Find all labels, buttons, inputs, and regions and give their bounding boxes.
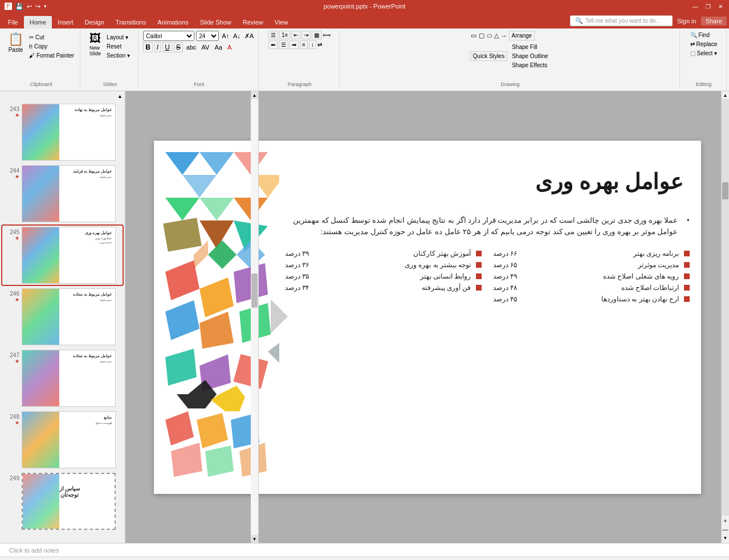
slide-canvas[interactable]: عوامل بهره وری عملا بهره وری جدی ترین چا… [154,141,701,494]
font-size-select[interactable]: 24 [196,31,219,41]
slide-thumb-247[interactable]: عوامل مربوط به ستاده متن نمونه [22,350,116,407]
columns-button[interactable]: ▦ [312,31,321,39]
arrange-button[interactable]: Arrange [509,31,535,40]
smart-art-button[interactable]: ⇄ [317,42,322,48]
quick-access-save[interactable]: 💾 [15,3,23,10]
slide-thumb-243[interactable]: عوامل مربوط به نهاده متن نمونه [22,104,116,161]
scroll-zoom-in[interactable]: + [724,517,727,525]
panel-scroll-up[interactable]: ▲ [117,93,123,99]
justify-button[interactable]: ≡ [300,40,308,49]
tab-file[interactable]: File [2,16,24,28]
bullets-button[interactable]: ☰ [268,31,278,39]
tab-home[interactable]: Home [24,16,52,28]
font-case-button[interactable]: Aa [213,43,223,51]
numbering-button[interactable]: 1≡ [279,31,290,39]
scroll-down-btn[interactable]: ▼ [723,534,728,542]
slide-item-244[interactable]: 244 ★ عوامل مربوط به فرایند متن نمونه [2,164,123,223]
replace-button[interactable]: ⇄ Replace [688,40,719,48]
tab-insert[interactable]: Insert [52,16,79,28]
shadow-button[interactable]: abc [185,43,198,51]
cut-button[interactable]: ✂ Cut [27,33,76,42]
paste-button[interactable]: 📋 Paste [6,31,26,54]
shape-triangle[interactable]: △ [494,31,499,40]
italic-button[interactable]: I [154,42,161,52]
stat-value-2-4: ۳۴ درصد [285,284,309,292]
bold-button[interactable]: B [143,42,153,52]
quick-access-redo[interactable]: ↪ [35,3,40,10]
tab-slideshow[interactable]: Slide Show [194,16,237,28]
slide-title[interactable]: عوامل بهره وری [535,169,683,194]
scroll-thumb[interactable] [722,182,728,199]
slide-content[interactable]: عملا بهره وری جدی ترین چالشی است که در ب… [285,215,690,483]
select-button[interactable]: ⬚ Select ▾ [688,49,719,58]
underline-button[interactable]: U [162,42,172,52]
shape-rect[interactable]: ▭ [470,31,477,40]
find-button[interactable]: 🔍 Find [688,31,719,39]
strikethrough-button[interactable]: S [174,42,183,52]
slide-thumb-246[interactable]: عوامل مربوط به ستاده متن نمونه [22,288,116,345]
tab-animations[interactable]: Animations [152,16,194,28]
restore-button[interactable]: ❐ [704,2,712,10]
ribbon-group-font: Calibri 24 A↑ A↓ ✗A B I U S abc AV Aa A … [140,30,259,89]
layout-button[interactable]: Layout ▾ [104,33,132,42]
share-button[interactable]: Share [701,17,727,26]
slide-item-245[interactable]: 245 ★ عوامل بهره وری عملا بهره وریجدی تر… [2,226,123,285]
minimize-button[interactable]: — [691,2,699,10]
panel-scroll-up-btn[interactable]: ▲ [251,91,258,99]
search-box[interactable]: 🔍 Tell me what you want to do... [570,15,673,26]
panel-scroll-down-btn[interactable]: ▼ [251,535,258,543]
quick-access-customize[interactable]: ▾ [44,3,47,9]
slide-thumb-244[interactable]: عوامل مربوط به فرایند متن نمونه [22,165,116,222]
slides-content: 🖼 NewSlide Layout ▾ Reset Section ▾ [87,31,132,80]
shape-fill-button[interactable]: Shape Fill [510,43,550,51]
line-spacing-button[interactable]: ↕ [309,40,316,49]
scroll-zoom-out[interactable]: — [723,525,728,533]
sign-in-button[interactable]: Sign in [677,18,697,24]
slide-thumb-249[interactable]: سپاس ازتوجه‌تان [22,473,116,530]
tab-review[interactable]: Review [237,16,269,28]
tab-design[interactable]: Design [79,16,110,28]
increase-indent-button[interactable]: ⇥ [302,31,311,39]
copy-button[interactable]: ⎘ Copy [27,42,76,51]
shape-rounded-rect[interactable]: ▢ [478,31,485,40]
slide-item-249[interactable]: 249 ★ سپاس ازتوجه‌تان [2,472,123,531]
stats-grid: برنامه ریزی بهتر ۶۶ درصد مدیریت موثرتر ۶… [285,250,690,303]
clear-format-button[interactable]: ✗A [243,32,255,40]
slide-thumb-245[interactable]: عوامل بهره وری عملا بهره وریجدی ترین... [22,227,116,284]
canvas-scrollbar-right: ▲ + — ▼ [721,91,729,543]
slide-item-247[interactable]: 247 ★ عوامل مربوط به ستاده متن نمونه [2,349,123,408]
tab-transitions[interactable]: Transitions [110,16,152,28]
char-spacing-button[interactable]: AV [200,43,211,51]
align-left-button[interactable]: ⬅ [268,40,278,49]
shape-oval[interactable]: ⬭ [486,31,492,40]
close-button[interactable]: ✕ [716,2,724,10]
font-family-select[interactable]: Calibri [143,31,194,41]
decrease-font-button[interactable]: A↓ [232,32,242,40]
reset-button[interactable]: Reset [104,42,132,51]
shape-arrow[interactable]: → [500,32,508,40]
tab-view[interactable]: View [269,16,294,28]
slide-item-246[interactable]: 246 ★ عوامل مربوط به ستاده متن نمونه [2,287,123,346]
panel-scroll-thumb[interactable] [251,273,258,308]
text-direction-button[interactable]: ⟺ [323,32,331,38]
quick-styles-button[interactable]: Quick Styles [470,51,508,61]
font-color-button[interactable]: A [226,43,233,51]
stat-item-1-4: ارتباطات اصلاح شده ۴۸ درصد [493,284,690,292]
stat-bullet-2-4 [476,285,482,291]
slide-item-248[interactable]: 248 ★ منابع فهرست منابع [2,410,123,469]
scroll-up-btn[interactable]: ▲ [722,91,729,99]
increase-font-button[interactable]: A↑ [221,32,230,40]
shape-effects-button[interactable]: Shape Effects [510,61,550,70]
new-slide-button[interactable]: 🖼 NewSlide [87,31,103,58]
format-painter-button[interactable]: 🖌 Format Painter [27,51,76,60]
stat-value-2-1: ۳۹ درصد [285,250,309,257]
align-center-button[interactable]: ☰ [279,40,288,49]
slide-thumb-248[interactable]: منابع فهرست منابع [22,411,116,468]
section-button[interactable]: Section ▾ [104,51,132,60]
slide-item-243[interactable]: 243 ★ عوامل مربوط به نهاده متن نمونه [2,103,123,162]
quick-access-undo[interactable]: ↩ [27,3,32,10]
decrease-indent-button[interactable]: ⇤ [291,31,300,39]
align-right-button[interactable]: ➡ [290,40,299,49]
shape-outline-button[interactable]: Shape Outline [510,52,550,60]
notes-area[interactable]: Click to add notes [0,543,729,557]
